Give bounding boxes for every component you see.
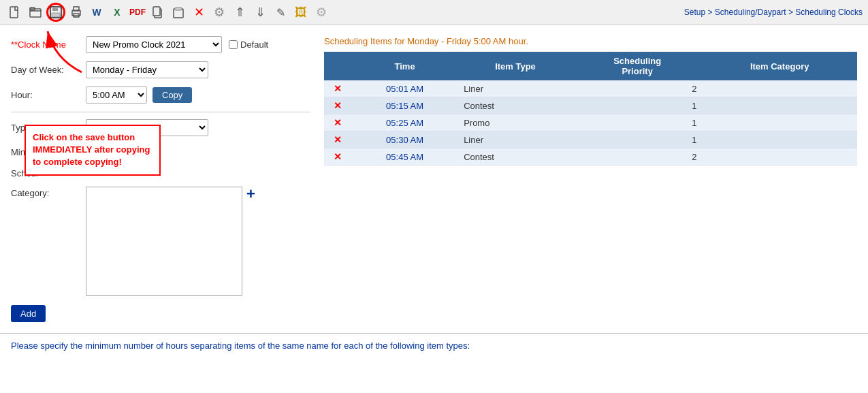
add-button[interactable]: Add [11, 305, 46, 322]
col-item-type: Item Type [458, 52, 573, 80]
priority-cell: 1 [573, 131, 703, 148]
bottom-note-highlight: each [344, 341, 363, 351]
item-type-cell: Contest [458, 97, 573, 114]
col-scheduling-priority: SchedulingPriority [573, 52, 703, 80]
delete-row-button[interactable]: ✕ [334, 100, 342, 111]
delete-row-button[interactable]: ✕ [334, 134, 342, 145]
save-icon[interactable] [46, 3, 65, 22]
form-panel: *Clock Name New Promo Clock 2021 Default… [11, 36, 310, 322]
hour-label: Hour: [11, 90, 86, 100]
item-type-cell: Promo [458, 114, 573, 131]
table-row: ✕ 05:15 AM Contest 1 [324, 97, 857, 114]
image-icon[interactable]: 🖼 [291, 3, 310, 22]
svg-rect-0 [10, 7, 18, 18]
category-cell [702, 97, 857, 114]
main-content: *Clock Name New Promo Clock 2021 Default… [0, 25, 868, 333]
bottom-note-suffix: of the following item types: [363, 341, 470, 351]
time-link[interactable]: 05:45 AM [386, 152, 423, 162]
bottom-note-prefix: Please specify the minimum number of hou… [11, 341, 344, 351]
print-icon[interactable] [67, 3, 86, 22]
move-down-icon[interactable]: ⇓ [251, 3, 270, 22]
settings-icon[interactable]: ⚙ [210, 3, 229, 22]
scheduling-title-highlight: Monday - Friday 5:00 AM hour. [407, 36, 528, 46]
delete-row-button[interactable]: ✕ [334, 117, 342, 128]
day-of-week-label: Day of Week: [11, 65, 86, 75]
copy-button[interactable]: Copy [152, 87, 192, 103]
form-divider [11, 112, 310, 112]
open-icon[interactable] [26, 3, 45, 22]
hour-select[interactable]: 5:00 AM [86, 87, 147, 104]
category-label: Category: [11, 187, 86, 198]
breadcrumb: Setup > Scheduling/Daypart > Scheduling … [684, 7, 863, 17]
pdf-icon[interactable]: PDF [128, 3, 147, 22]
item-type-cell: Liner [458, 80, 573, 97]
hour-row: Hour: 5:00 AM Copy [11, 87, 310, 104]
col-time: Time [351, 52, 458, 80]
right-panel: Scheduling Items for Monday - Friday 5:0… [324, 36, 857, 322]
default-label: Default [240, 40, 268, 50]
svg-rect-10 [153, 7, 160, 16]
copy-doc-icon[interactable] [148, 3, 167, 22]
add-category-button[interactable]: + [246, 187, 255, 202]
word-icon[interactable]: W [87, 3, 106, 22]
delete-icon[interactable]: ✕ [189, 3, 208, 22]
item-type-cell: Contest [458, 148, 573, 166]
time-link[interactable]: 05:30 AM [386, 135, 423, 145]
scheduling-title-prefix: Scheduling Items for [324, 36, 407, 46]
table-row: ✕ 05:25 AM Promo 1 [324, 114, 857, 131]
delete-row-button[interactable]: ✕ [334, 83, 342, 94]
tooltip-box: Click on the save button IMMEDIATELY aft… [25, 125, 161, 176]
day-of-week-row: Day of Week: Monday - Friday [11, 61, 310, 78]
bottom-note: Please specify the minimum number of hou… [0, 333, 868, 358]
category-cell [702, 131, 857, 148]
category-row: Category: + [11, 187, 310, 296]
time-link[interactable]: 05:25 AM [386, 118, 423, 128]
gear2-icon[interactable]: ⚙ [312, 3, 331, 22]
item-type-cell: Liner [458, 131, 573, 148]
toolbar: W X PDF ✕ ⚙ ⇑ ⇓ ✎ 🖼 ⚙ Setup > Scheduling… [0, 0, 868, 25]
tooltip-text: Click on the save button IMMEDIATELY aft… [33, 132, 150, 167]
table-row: ✕ 05:01 AM Liner 2 [324, 80, 857, 97]
delete-row-button[interactable]: ✕ [334, 151, 342, 162]
default-checkbox[interactable] [229, 40, 238, 49]
scheduling-title: Scheduling Items for Monday - Friday 5:0… [324, 36, 857, 46]
svg-rect-5 [52, 13, 60, 17]
col-item-category: Item Category [702, 52, 857, 80]
category-list[interactable] [86, 187, 242, 296]
time-link[interactable]: 05:01 AM [386, 84, 423, 94]
table-row: ✕ 05:45 AM Contest 2 [324, 148, 857, 166]
time-link[interactable]: 05:15 AM [386, 101, 423, 111]
default-label-row: Default [229, 40, 268, 50]
col-delete [324, 52, 351, 80]
paste-icon[interactable] [169, 3, 188, 22]
edit-icon[interactable]: ✎ [271, 3, 290, 22]
table-row: ✕ 05:30 AM Liner 1 [324, 131, 857, 148]
priority-cell: 2 [573, 80, 703, 97]
excel-icon[interactable]: X [108, 3, 127, 22]
move-up-icon[interactable]: ⇑ [230, 3, 249, 22]
svg-rect-13 [175, 7, 182, 10]
svg-rect-4 [52, 7, 58, 11]
scheduling-table: Time Item Type SchedulingPriority Item C… [324, 52, 857, 166]
priority-cell: 1 [573, 114, 703, 131]
clock-name-label: *Clock Name [11, 40, 86, 50]
day-of-week-select[interactable]: Monday - Friday [86, 61, 208, 78]
clock-name-select[interactable]: New Promo Clock 2021 [86, 36, 222, 53]
category-cell [702, 114, 857, 131]
breadcrumb-current: Scheduling Clocks [795, 7, 863, 17]
clock-name-row: *Clock Name New Promo Clock 2021 Default [11, 36, 310, 53]
category-cell [702, 148, 857, 166]
priority-cell: 1 [573, 97, 703, 114]
priority-cell: 2 [573, 148, 703, 166]
new-icon[interactable] [5, 3, 25, 22]
category-cell [702, 80, 857, 97]
